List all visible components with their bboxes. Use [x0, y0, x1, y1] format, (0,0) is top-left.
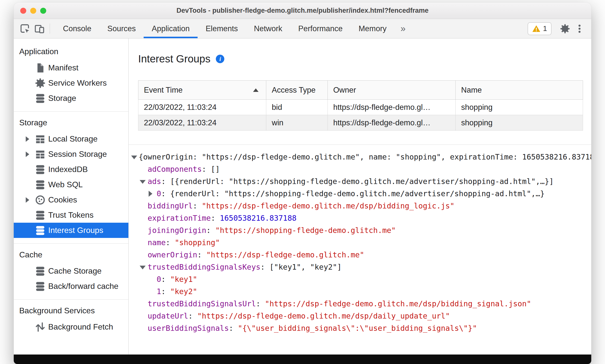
json-tree-line[interactable]: {ownerOrigin: "https://dsp-fledge-demo.g… — [129, 151, 591, 163]
sidebar-item-cookies[interactable]: Cookies — [14, 192, 128, 207]
json-token: "https://dsp-fledge-demo.glitch.me/dsp/d… — [197, 312, 450, 320]
json-tree-line: name: "shopping" — [129, 236, 591, 249]
sidebar-item-manifest[interactable]: Manifest — [14, 60, 128, 75]
fetch-arrows-icon — [35, 322, 46, 333]
sidebar-item-web-sql[interactable]: Web SQL — [14, 177, 128, 192]
json-tree-line: joiningOrigin: "https://shopping-fledge-… — [129, 224, 591, 236]
sidebar-item-storage[interactable]: Storage — [14, 91, 128, 106]
gear-icon — [35, 78, 46, 89]
json-token: : — [161, 287, 170, 296]
json-tree: {ownerOrigin: "https://dsp-fledge-demo.g… — [129, 145, 591, 355]
json-token: : — [193, 201, 202, 210]
sidebar-item-session-storage[interactable]: Session Storage — [14, 147, 128, 162]
json-token: : — [166, 238, 175, 247]
table-cell-event-time: 22/03/2022, 11:03:24 — [138, 115, 266, 131]
tab-elements[interactable]: Elements — [198, 19, 246, 38]
table-row[interactable]: 22/03/2022, 11:03:24 win https://dsp-fle… — [138, 115, 583, 131]
sidebar-item-label: Interest Groups — [48, 226, 103, 235]
table-cell-name: shopping — [456, 100, 583, 115]
json-token: "https://dsp-fledge-demo.glitch.me/dsp/b… — [265, 299, 531, 308]
devtools-window: DevTools - publisher-fledge-demo.glitch.… — [14, 2, 591, 364]
info-icon[interactable]: i — [216, 55, 224, 63]
device-toolbar-button[interactable] — [32, 19, 47, 38]
interest-groups-table: Event Time Access Type Owner Name 22/03/… — [138, 80, 583, 131]
tab-console[interactable]: Console — [55, 19, 99, 38]
zoom-button[interactable] — [40, 8, 46, 14]
sidebar-item-cache-storage[interactable]: Cache Storage — [14, 263, 128, 279]
collapse-arrow-icon[interactable] — [140, 266, 146, 269]
cookie-icon — [35, 194, 46, 205]
sidebar-item-background-fetch[interactable]: Background Fetch — [14, 319, 128, 335]
page-title-text: Interest Groups — [138, 53, 210, 65]
table-icon — [35, 134, 46, 145]
sidebar-item-back-forward-cache[interactable]: Back/forward cache — [14, 279, 128, 294]
titlebar: DevTools - publisher-fledge-demo.glitch.… — [14, 2, 591, 19]
expand-arrow-icon[interactable] — [26, 197, 29, 203]
tab-sources[interactable]: Sources — [99, 19, 144, 38]
tab-performance[interactable]: Performance — [290, 19, 350, 38]
json-token: ownerOrigin — [148, 250, 197, 259]
sidebar-item-service-workers[interactable]: Service Workers — [14, 75, 128, 91]
minimize-button[interactable] — [30, 8, 36, 14]
database-icon — [35, 225, 46, 236]
json-token: trustedBiddingSignalsUrl — [148, 299, 256, 308]
inspect-icon — [20, 23, 30, 34]
json-token: name — [148, 238, 166, 247]
desktop-background: DevTools - publisher-fledge-demo.glitch.… — [0, 0, 605, 364]
column-header-owner[interactable]: Owner — [328, 81, 456, 100]
column-header-event-time[interactable]: Event Time — [138, 81, 266, 100]
collapse-arrow-icon[interactable] — [140, 180, 146, 184]
json-token: : [] — [202, 165, 220, 174]
tab-network[interactable]: Network — [246, 19, 290, 38]
json-tree-line[interactable]: trustedBiddingSignalsKeys: ["key1", "key… — [129, 261, 591, 273]
toolbar-separator — [50, 23, 50, 34]
close-button[interactable] — [20, 8, 26, 14]
tab-memory[interactable]: Memory — [351, 19, 395, 38]
issues-badge[interactable]: 1 — [528, 22, 552, 35]
json-token: : [{renderUrl: "https://shopping-fledge-… — [161, 177, 554, 186]
more-tabs-button[interactable]: » — [395, 19, 412, 38]
tab-label: Elements — [206, 24, 238, 33]
expand-arrow-icon[interactable] — [26, 136, 29, 142]
sidebar-section-storage: Storage Local Storage Session Storage In… — [14, 112, 128, 244]
sidebar-item-trust-tokens[interactable]: Trust Tokens — [14, 207, 128, 223]
column-header-access-type[interactable]: Access Type — [266, 81, 328, 100]
json-token: userBiddingSignals — [148, 324, 229, 333]
table-row[interactable]: 22/03/2022, 11:03:24 bid https://dsp-fle… — [138, 100, 583, 115]
table-cell-owner: https://dsp-fledge-demo.gl… — [328, 115, 456, 131]
document-icon — [35, 62, 46, 73]
expand-arrow-icon[interactable] — [149, 191, 152, 197]
sidebar-item-interest-groups[interactable]: Interest Groups — [14, 223, 128, 238]
json-tree-line: updateUrl: "https://dsp-fledge-demo.glit… — [129, 310, 591, 322]
database-icon — [35, 210, 46, 221]
sidebar-item-local-storage[interactable]: Local Storage — [14, 131, 128, 147]
sidebar-section-cache: Cache Cache Storage Back/forward cache — [14, 244, 128, 300]
sidebar-item-indexeddb[interactable]: IndexedDB — [14, 162, 128, 177]
table-cell-owner: https://dsp-fledge-demo.gl… — [328, 100, 456, 115]
table-cell-access-type: bid — [266, 100, 328, 115]
expand-arrow-icon[interactable] — [26, 152, 29, 157]
json-token: : — [229, 324, 238, 333]
tab-label: Console — [63, 24, 91, 33]
json-token: updateUrl — [148, 312, 188, 320]
json-token: "{\"user_bidding_signals\":\"user_biddin… — [238, 324, 477, 333]
json-tree-line[interactable]: ads: [{renderUrl: "https://shopping-fled… — [129, 175, 591, 187]
table-cell-access-type: win — [266, 115, 328, 131]
column-header-name[interactable]: Name — [456, 81, 583, 100]
json-token: {ownerOrigin: "https://dsp-fledge-demo.g… — [139, 153, 591, 161]
settings-button[interactable] — [558, 23, 572, 34]
database-icon — [35, 266, 46, 277]
json-tree-line[interactable]: 0: {renderUrl: "https://shopping-fledge-… — [129, 187, 591, 200]
gear-icon — [560, 23, 570, 34]
collapse-arrow-icon[interactable] — [131, 156, 137, 159]
table-cell-name: shopping — [456, 115, 583, 131]
tab-application[interactable]: Application — [144, 19, 198, 38]
json-tree-line: expirationTime: 1650538216.837188 — [129, 212, 591, 224]
window-title: DevTools - publisher-fledge-demo.glitch.… — [14, 7, 591, 14]
json-tree-line: userBiddingSignals: "{\"user_bidding_sig… — [129, 322, 591, 334]
json-tree-line: biddingUrl: "https://dsp-fledge-demo.gli… — [129, 200, 591, 212]
database-icon — [35, 281, 46, 292]
inspect-button[interactable] — [18, 19, 32, 38]
tab-label: Application — [152, 24, 190, 33]
more-menu-button[interactable] — [572, 23, 587, 34]
